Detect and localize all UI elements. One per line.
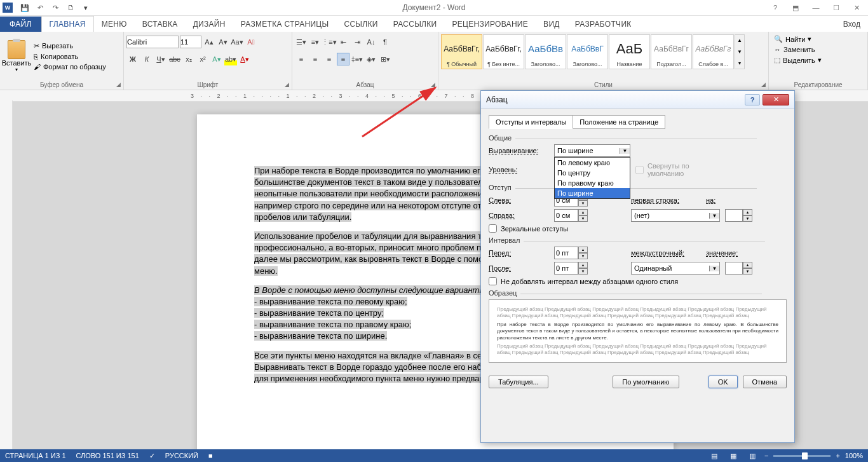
tab-references[interactable]: ССЫЛКИ: [336, 17, 385, 32]
print-layout-icon[interactable]: ▦: [726, 450, 740, 461]
strike-icon[interactable]: abc: [168, 53, 181, 65]
sort-icon[interactable]: A↓: [365, 36, 377, 48]
spin-up-icon[interactable]: ▲: [743, 209, 752, 215]
clipboard-launcher-icon[interactable]: ◢: [114, 81, 122, 88]
bullets-icon[interactable]: ☰▾: [295, 36, 308, 48]
first-line-value-spinner[interactable]: ▲▼: [725, 209, 754, 222]
spin-up-icon[interactable]: ▲: [578, 247, 588, 253]
before-spinner[interactable]: ▲▼: [554, 247, 589, 259]
mirror-indents-checkbox[interactable]: [489, 224, 497, 233]
tab-developer[interactable]: РАЗРАБОТЧИК: [567, 17, 639, 32]
style-item[interactable]: АаБбВвГгСлабое в...: [693, 34, 734, 69]
spin-down-icon[interactable]: ▼: [743, 215, 752, 222]
change-case-icon[interactable]: Aa▾: [231, 36, 243, 48]
language-indicator[interactable]: РУССКИЙ: [165, 452, 198, 459]
dialog-tab-position[interactable]: Положение на странице: [573, 115, 665, 129]
highlight-icon[interactable]: ab▾: [224, 53, 237, 65]
macro-record-icon[interactable]: ■: [208, 452, 213, 459]
word-count[interactable]: СЛОВО 151 ИЗ 151: [76, 452, 139, 459]
font-size-select[interactable]: [180, 36, 201, 48]
spin-up-icon[interactable]: ▲: [578, 262, 588, 268]
align-right-icon[interactable]: ≡: [323, 53, 336, 65]
after-spinner[interactable]: ▲▼: [554, 262, 589, 275]
spin-up-icon[interactable]: ▲: [578, 209, 588, 215]
increase-indent-icon[interactable]: ⇥: [351, 36, 363, 48]
default-button[interactable]: По умолчанию: [613, 376, 679, 388]
zoom-slider[interactable]: [773, 455, 831, 457]
tab-review[interactable]: РЕЦЕНЗИРОВАНИЕ: [444, 17, 536, 32]
clear-format-icon[interactable]: A⃠: [245, 36, 257, 48]
page-indicator[interactable]: СТРАНИЦА 1 ИЗ 1: [5, 452, 66, 459]
font-launcher-icon[interactable]: ◢: [283, 81, 290, 88]
document-text[interactable]: - выравнивание текста по центру;: [254, 308, 384, 318]
style-item[interactable]: АаБбВвГг,¶ Обычный: [441, 34, 482, 69]
no-space-checkbox[interactable]: [489, 277, 497, 285]
login-link[interactable]: Вход: [836, 17, 868, 32]
bold-icon[interactable]: Ж: [126, 53, 139, 65]
ok-button[interactable]: OK: [709, 376, 738, 388]
shrink-font-icon[interactable]: A▾: [217, 36, 229, 48]
select-button[interactable]: ⬚Выделить ▾: [771, 55, 865, 65]
tab-layout[interactable]: РАЗМЕТКА СТРАНИЦЫ: [233, 17, 337, 32]
gallery-more[interactable]: ▲▼▾: [735, 34, 745, 69]
spell-check-icon[interactable]: ✓: [149, 452, 155, 460]
dialog-titlebar[interactable]: Абзац ? ✕: [481, 91, 794, 109]
tab-mailings[interactable]: РАССЫЛКИ: [386, 17, 445, 32]
spin-down-icon[interactable]: ▼: [578, 215, 588, 222]
align-center-icon[interactable]: ≡: [309, 53, 322, 65]
tab-design[interactable]: ДИЗАЙН: [186, 17, 233, 32]
styles-launcher-icon[interactable]: ◢: [759, 81, 767, 88]
zoom-in-icon[interactable]: +: [836, 452, 839, 459]
borders-icon[interactable]: ⊞▾: [379, 53, 391, 65]
spin-down-icon[interactable]: ▼: [578, 253, 588, 259]
vertical-ruler[interactable]: [0, 100, 13, 449]
dialog-close-icon[interactable]: ✕: [763, 94, 789, 105]
italic-icon[interactable]: К: [140, 53, 153, 65]
alignment-option[interactable]: По левому краю: [555, 158, 630, 168]
cut-button[interactable]: ✂Вырезать: [32, 41, 108, 51]
zoom-out-icon[interactable]: −: [764, 452, 768, 459]
alignment-option[interactable]: По центру: [555, 168, 630, 178]
right-indent-spinner[interactable]: ▲▼: [554, 209, 589, 222]
ribbon-help-icon[interactable]: ?: [766, 1, 784, 14]
multilevel-icon[interactable]: ⋮≡▾: [323, 36, 336, 48]
document-text[interactable]: - выравнивание текста по ширине.: [254, 331, 387, 341]
tab-view[interactable]: ВИД: [536, 17, 567, 32]
minimize-icon[interactable]: —: [807, 1, 825, 14]
chevron-down-icon[interactable]: ▼: [709, 266, 719, 271]
save-icon[interactable]: 💾: [18, 1, 32, 15]
spin-up-icon[interactable]: ▲: [743, 262, 752, 268]
line-spacing-combo[interactable]: Одинарный▼: [631, 262, 720, 275]
tab-menu[interactable]: Меню: [94, 17, 135, 32]
paste-button[interactable]: Вставить ▾: [3, 33, 31, 79]
grow-font-icon[interactable]: A▴: [203, 36, 215, 48]
ribbon-options-icon[interactable]: ⬒: [787, 1, 804, 14]
align-left-icon[interactable]: ≡: [295, 53, 308, 65]
dialog-tab-indents[interactable]: Отступы и интервалы: [489, 115, 573, 129]
style-item[interactable]: АаБбВвГгПодзагол...: [651, 34, 692, 69]
document-text[interactable]: - выравнивание текста по правому краю;: [254, 320, 411, 329]
underline-icon[interactable]: Ч▾: [154, 53, 167, 65]
replace-button[interactable]: ↔Заменить: [771, 45, 865, 54]
tabs-button[interactable]: Табуляция...: [489, 376, 548, 388]
chevron-down-icon[interactable]: ▼: [620, 148, 630, 154]
spin-down-icon[interactable]: ▼: [578, 268, 588, 275]
zoom-percent[interactable]: 100%: [845, 452, 863, 459]
subscript-icon[interactable]: x₂: [182, 53, 195, 65]
copy-button[interactable]: ⎘Копировать: [32, 52, 108, 61]
read-mode-icon[interactable]: ▤: [707, 450, 721, 461]
new-doc-icon[interactable]: 🗋: [64, 1, 78, 15]
spin-down-icon[interactable]: ▼: [578, 200, 588, 207]
line-spacing-icon[interactable]: ‡≡▾: [351, 53, 363, 65]
redo-icon[interactable]: ↷: [48, 1, 62, 15]
align-justify-icon[interactable]: ≡: [337, 53, 349, 65]
line-spacing-value-spinner[interactable]: ▲▼: [725, 262, 754, 275]
tab-home[interactable]: ГЛАВНАЯ: [41, 16, 94, 32]
style-item[interactable]: АаБбВвГЗаголово...: [567, 34, 608, 69]
cancel-button[interactable]: Отмена: [743, 376, 787, 388]
text-effects-icon[interactable]: A▾: [210, 53, 223, 65]
format-painter-button[interactable]: 🖌Формат по образцу: [32, 62, 108, 71]
font-color-icon[interactable]: A▾: [238, 53, 251, 65]
tab-insert[interactable]: ВСТАВКА: [135, 17, 186, 32]
web-layout-icon[interactable]: ▥: [745, 450, 759, 461]
